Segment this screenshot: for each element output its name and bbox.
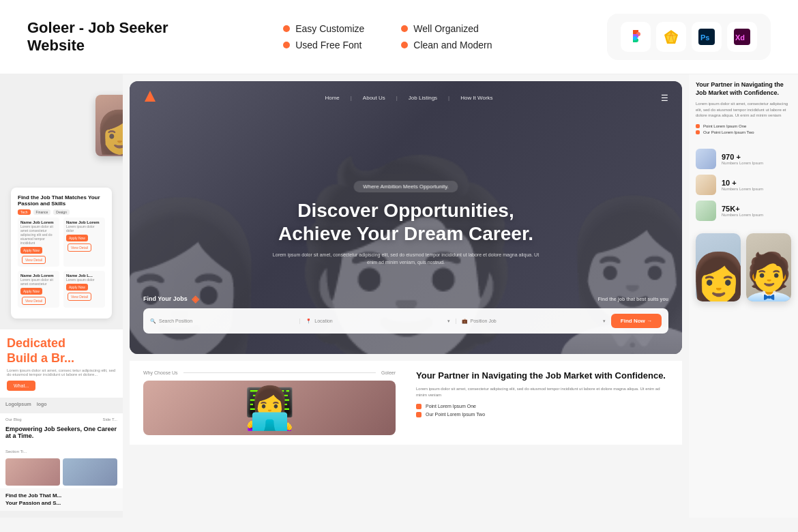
point-dot-1 xyxy=(416,404,422,409)
blog-image-2 xyxy=(63,458,117,486)
content-area: 👩 👩‍💼 Find the Job That Matches Your Pas… xyxy=(0,74,798,518)
find-now-button[interactable]: Find Now → xyxy=(611,314,662,328)
stats-top: Your Partner in Navigating the Job Marke… xyxy=(689,74,798,143)
stat-label-1: Numbers Lorem Ipsum xyxy=(722,161,763,165)
hero-content: Where Ambition Meets Opportunity. Discov… xyxy=(158,179,655,276)
find-arrow-icon: ◈ xyxy=(192,293,199,304)
right-stats-panel: Your Partner in Navigating the Job Marke… xyxy=(689,74,798,518)
features-list: Easy Customize Well Organized Used Free … xyxy=(283,23,492,50)
dedicated-title: Dedicated Build a Br... xyxy=(7,336,116,366)
search-position-field[interactable]: 🔍 Search Position xyxy=(150,319,300,324)
stat-value-2: 10 + xyxy=(722,179,763,187)
feature-dot xyxy=(283,25,290,32)
feature-item-3: Clean and Modern xyxy=(401,40,492,50)
xd-tool-icon: Xd xyxy=(727,22,757,52)
feature-dot xyxy=(283,42,290,48)
nav-divider-2: | xyxy=(396,95,398,101)
job-card-3: Name Job Lorem Lorem ipsum dolor sit ame… xyxy=(18,271,59,308)
hero-description: Lorem ipsum dolor sit amet, consectetur … xyxy=(269,252,542,266)
person-card-2: 🧑‍💼 xyxy=(746,233,791,301)
apply-btn-3[interactable]: Apply Now xyxy=(20,288,42,295)
chevron-down-icon-2: ▾ xyxy=(603,319,606,324)
blog-label: Our Blog xyxy=(5,417,22,422)
view-btn-1[interactable]: View Detail xyxy=(22,256,46,264)
stat-label-2: Numbers Lorem Ipsum xyxy=(722,187,763,191)
point-dot-2 xyxy=(416,412,422,417)
job-listing-row-2: Name Job Lorem Lorem ipsum dolor sit ame… xyxy=(18,271,105,308)
person-card-1: 👩 xyxy=(696,233,741,301)
job-card-2: Name Job Lorem Lorem ipsum dolor dolor A… xyxy=(63,218,105,267)
stat-value-3: 75K+ xyxy=(722,205,763,213)
view-btn-2[interactable]: View Detail xyxy=(68,243,91,252)
left-preview-panel: 👩 👩‍💼 Find the Job That Matches Your Pas… xyxy=(0,74,123,518)
feature-dot xyxy=(401,25,408,32)
person-icon-2: 🧑‍💼 xyxy=(746,254,791,301)
nav-divider-1: | xyxy=(351,95,352,101)
location-field[interactable]: 📍 Location ▾ xyxy=(306,319,456,324)
tools-block: Ps Xd xyxy=(607,14,771,60)
apply-btn-2[interactable]: Apply Now xyxy=(66,235,88,241)
why-choose-image: 👩‍💻 xyxy=(143,381,396,435)
hero-nav: Home | About Us | Job Listings | How It … xyxy=(130,81,682,115)
why-choose-label: Why Choose Us Goleer xyxy=(143,370,396,375)
briefcase-icon: 💼 xyxy=(462,319,468,324)
feature-item-1: Well Organized xyxy=(401,23,492,34)
apply-btn-1[interactable]: Apply Now xyxy=(20,247,42,254)
stat-info-1: 970 + Numbers Lorem Ipsum xyxy=(722,153,763,165)
why-choose-desc: Lorem ipsum dolor sit amet, consectetur … xyxy=(416,386,668,398)
search-icon: 🔍 xyxy=(150,319,156,324)
dedicated-btn[interactable]: What... xyxy=(7,381,35,391)
bottom-title-1: Find the Job That M... xyxy=(5,492,117,499)
find-jobs-section: Find Your Jobs ◈ Find the job that best … xyxy=(143,293,668,334)
side-label: Side T... xyxy=(102,417,117,422)
dedicated-desc: Lorem ipsum dolor sit amet, consec tetur… xyxy=(7,368,116,376)
stat-value-1: 970 + xyxy=(722,153,763,161)
logos-row: LogoIpsum logo xyxy=(0,398,123,411)
blog-images xyxy=(0,456,123,488)
nav-how[interactable]: How It Works xyxy=(460,95,492,101)
page-title: Goleer - Job Seeker Website xyxy=(27,19,168,55)
feature-item-0: Easy Customize xyxy=(283,23,374,34)
nav-listings[interactable]: Job Listings xyxy=(409,95,437,101)
view-btn-3[interactable]: View Detail xyxy=(22,297,46,305)
position-job-field[interactable]: 💼 Position Job ▾ xyxy=(462,319,606,324)
find-label: Find Your Jobs ◈ Find the job that best … xyxy=(143,293,668,304)
why-person-icon: 👩‍💻 xyxy=(244,384,295,432)
why-choose-right: Your Partner in Navigating the Job Marke… xyxy=(416,370,668,435)
stat-image-2 xyxy=(696,175,716,195)
preview-section-title: Find the Job That Matches Your Passion a… xyxy=(18,194,105,207)
preview-card: Find the Job That Matches Your Passion a… xyxy=(11,188,112,319)
svg-text:Ps: Ps xyxy=(700,33,709,42)
menu-hamburger-icon[interactable]: ☰ xyxy=(661,93,668,103)
location-icon: 📍 xyxy=(306,319,312,324)
view-btn-4[interactable]: View Detail xyxy=(68,293,91,301)
feature-item-2: Used Free Font xyxy=(283,40,374,50)
category-tab[interactable]: Design xyxy=(53,209,70,215)
stats-desc: Lorem ipsum dolor sit amet, consectetur … xyxy=(696,101,791,118)
center-main: 👩 🧑 👩‍💼 Home | About Us | Job Listings xyxy=(123,74,689,518)
svg-text:Xd: Xd xyxy=(735,33,745,42)
stat-image-3 xyxy=(696,201,716,221)
title-block: Goleer - Job Seeker Website xyxy=(27,19,168,55)
blog-image-1 xyxy=(5,458,60,486)
stat-image-1 xyxy=(696,149,716,169)
nav-about[interactable]: About Us xyxy=(363,95,385,101)
nav-home[interactable]: Home xyxy=(325,95,339,101)
job-listing-row-1: Name Job Lorem Lorem ipsum dolor sit ame… xyxy=(18,218,105,267)
nav-logo xyxy=(143,89,157,106)
dedicated-section: Dedicated Build a Br... Lorem ipsum dolo… xyxy=(0,329,123,398)
nav-links: Home | About Us | Job Listings | How It … xyxy=(171,95,647,101)
stat-label-3: Numbers Lorem Ipsum xyxy=(722,213,763,217)
sketch-tool-icon xyxy=(656,22,686,52)
profile-photo-1: 👩 xyxy=(95,95,123,156)
why-point-2: Our Point Lorem Ipsum Two xyxy=(416,412,668,417)
chevron-down-icon: ▾ xyxy=(447,319,450,324)
why-choose-title: Your Partner in Navigating the Job Marke… xyxy=(416,370,668,382)
category-tab[interactable]: Finance xyxy=(33,209,51,215)
stats-partner-title: Your Partner in Navigating the Job Marke… xyxy=(696,81,791,97)
category-tab-active[interactable]: Tech xyxy=(18,209,31,215)
why-choose-left: Why Choose Us Goleer 👩‍💻 xyxy=(143,370,396,435)
why-choose-section: Why Choose Us Goleer 👩‍💻 Your Partner in… xyxy=(130,361,682,445)
apply-btn-4[interactable]: Apply Now xyxy=(66,284,88,291)
nav-divider-3: | xyxy=(448,95,449,101)
